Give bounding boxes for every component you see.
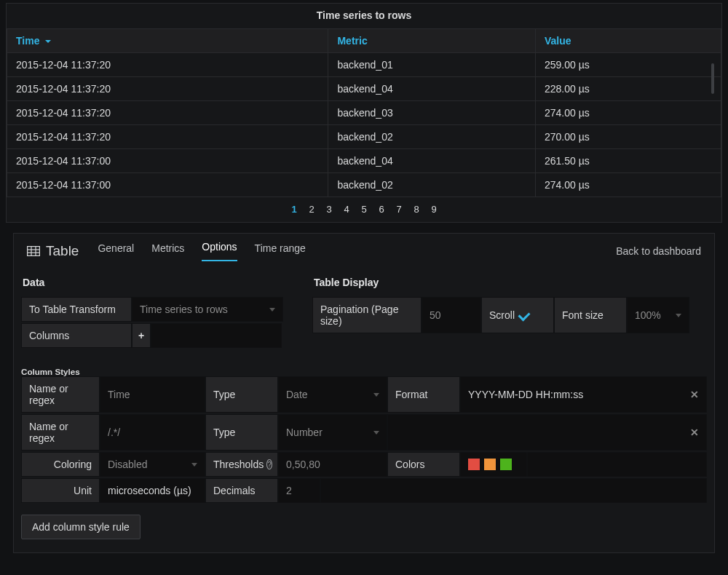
columns-label: Columns bbox=[21, 323, 132, 348]
rule-spacer bbox=[527, 452, 707, 477]
pagination-input[interactable]: 50 bbox=[422, 297, 481, 333]
panel-type-label: Table bbox=[46, 243, 79, 259]
table-icon bbox=[27, 246, 40, 256]
decimals-input[interactable]: 2 bbox=[278, 478, 320, 503]
scroll-label: Scroll bbox=[489, 309, 515, 321]
cell-value: 274.00 µs bbox=[535, 173, 721, 197]
format-input[interactable]: YYYY-MM-DD HH:mm:ss ✕ bbox=[460, 376, 707, 413]
rule-spacer bbox=[320, 478, 707, 503]
rule-spacer: ✕ bbox=[387, 414, 707, 451]
format-label: Format bbox=[387, 376, 460, 413]
back-to-dashboard-link[interactable]: Back to dashboard bbox=[616, 245, 701, 257]
column-style-rule: Name or regex Time Type Date Format YYYY… bbox=[21, 376, 707, 413]
name-or-regex-label: Name or regex bbox=[21, 414, 100, 451]
add-column-style-rule-button[interactable]: Add column style rule bbox=[21, 515, 141, 539]
chevron-down-icon bbox=[676, 314, 681, 317]
unit-select[interactable]: microseconds (µs) bbox=[100, 478, 205, 503]
tab-time-range[interactable]: Time range bbox=[255, 242, 306, 261]
font-size-value: 100% bbox=[635, 309, 661, 321]
svg-rect-0 bbox=[28, 247, 40, 256]
tab-metrics[interactable]: Metrics bbox=[151, 242, 184, 261]
coloring-select[interactable]: Disabled bbox=[100, 452, 205, 477]
column-style-rule: Name or regex /.*/ Type Number ✕ bbox=[21, 414, 707, 451]
cell-value: 270.00 µs bbox=[535, 125, 721, 149]
table-row: 2015-12-04 11:37:00backend_04261.50 µs bbox=[7, 149, 721, 173]
type-select[interactable]: Number bbox=[278, 414, 387, 451]
editor-header: Table GeneralMetricsOptionsTime range Ba… bbox=[14, 234, 714, 262]
name-or-regex-input[interactable]: /.*/ bbox=[100, 414, 205, 451]
color-swatch-red[interactable] bbox=[468, 459, 480, 470]
font-size-select[interactable]: 100% bbox=[627, 297, 689, 333]
unit-value: microseconds (µs) bbox=[108, 485, 191, 496]
chevron-down-icon bbox=[373, 393, 379, 397]
help-icon[interactable]: ? bbox=[266, 459, 272, 469]
column-styles-section: Column Styles Name or regex Time Type Da… bbox=[21, 367, 707, 539]
table-panel: Time series to rows Time Metric Value 20… bbox=[6, 3, 722, 223]
column-header-value[interactable]: Value bbox=[535, 29, 721, 53]
name-or-regex-value: Time bbox=[108, 389, 130, 400]
type-label: Type bbox=[205, 414, 278, 451]
tab-general[interactable]: General bbox=[98, 242, 134, 261]
page-9[interactable]: 9 bbox=[425, 204, 443, 215]
pagination-value: 50 bbox=[430, 309, 441, 321]
chevron-down-icon bbox=[191, 463, 197, 467]
colors-swatches bbox=[460, 452, 527, 477]
cell-metric: backend_04 bbox=[328, 77, 535, 101]
cell-time: 2015-12-04 11:37:20 bbox=[7, 77, 328, 101]
thresholds-placeholder: 0,50,80 bbox=[286, 459, 320, 470]
cell-metric: backend_02 bbox=[328, 125, 535, 149]
table-scrollbar[interactable] bbox=[711, 63, 714, 94]
column-header-time[interactable]: Time bbox=[7, 29, 328, 53]
tab-options[interactable]: Options bbox=[202, 241, 237, 261]
data-section: Data To Table Transform Time series to r… bbox=[21, 277, 283, 349]
table-display-section: Table Display Pagination (Page size) 50 … bbox=[312, 277, 689, 349]
name-or-regex-input[interactable]: Time bbox=[100, 376, 205, 413]
cell-metric: backend_01 bbox=[328, 53, 535, 77]
cell-metric: backend_02 bbox=[328, 173, 535, 197]
column-header-metric[interactable]: Metric bbox=[328, 29, 535, 53]
cell-time: 2015-12-04 11:37:00 bbox=[7, 173, 328, 197]
type-value: Date bbox=[286, 389, 308, 400]
page-8[interactable]: 8 bbox=[408, 204, 425, 215]
scroll-toggle[interactable]: Scroll bbox=[481, 297, 554, 333]
to-table-transform-select[interactable]: Time series to rows bbox=[132, 297, 283, 322]
decimals-label: Decimals bbox=[205, 478, 278, 503]
colors-label: Colors bbox=[387, 452, 460, 477]
to-table-transform-value: Time series to rows bbox=[140, 304, 228, 315]
type-value: Number bbox=[286, 427, 323, 438]
column-styles-heading: Column Styles bbox=[21, 367, 707, 376]
pagination-label: Pagination (Page size) bbox=[312, 297, 422, 333]
page-3[interactable]: 3 bbox=[320, 204, 338, 215]
name-or-regex-label: Name or regex bbox=[21, 376, 100, 413]
page-1[interactable]: 1 bbox=[285, 204, 303, 215]
type-select[interactable]: Date bbox=[278, 376, 387, 413]
table-display-heading: Table Display bbox=[314, 277, 689, 288]
add-column-button[interactable]: + bbox=[132, 323, 151, 348]
editor-tabs: GeneralMetricsOptionsTime range bbox=[98, 241, 305, 261]
cell-time: 2015-12-04 11:37:00 bbox=[7, 149, 328, 173]
remove-rule-button[interactable]: ✕ bbox=[690, 427, 699, 438]
cell-metric: backend_03 bbox=[328, 101, 535, 125]
table-row: 2015-12-04 11:37:20backend_04228.00 µs bbox=[7, 77, 721, 101]
page-5[interactable]: 5 bbox=[355, 204, 373, 215]
editor-body: Data To Table Transform Time series to r… bbox=[14, 262, 714, 552]
remove-rule-button[interactable]: ✕ bbox=[690, 389, 699, 400]
cell-metric: backend_04 bbox=[328, 149, 535, 173]
columns-empty[interactable] bbox=[151, 323, 282, 348]
table-row: 2015-12-04 11:37:20backend_03274.00 µs bbox=[7, 101, 721, 125]
font-size-label: Font size bbox=[554, 297, 627, 333]
format-value: YYYY-MM-DD HH:mm:ss bbox=[468, 389, 583, 400]
page-4[interactable]: 4 bbox=[338, 204, 355, 215]
to-table-transform-label: To Table Transform bbox=[21, 297, 132, 322]
color-swatch-green[interactable] bbox=[500, 459, 512, 470]
page-2[interactable]: 2 bbox=[303, 204, 320, 215]
table-row: 2015-12-04 11:37:00backend_02274.00 µs bbox=[7, 173, 721, 197]
cell-time: 2015-12-04 11:37:20 bbox=[7, 53, 328, 77]
data-table: Time Metric Value 2015-12-04 11:37:20bac… bbox=[7, 28, 721, 197]
page-6[interactable]: 6 bbox=[373, 204, 390, 215]
page-7[interactable]: 7 bbox=[390, 204, 408, 215]
panel-editor: Table GeneralMetricsOptionsTime range Ba… bbox=[13, 233, 715, 553]
sort-desc-icon bbox=[45, 40, 51, 43]
thresholds-input[interactable]: 0,50,80 bbox=[278, 452, 387, 477]
color-swatch-orange[interactable] bbox=[484, 459, 496, 470]
